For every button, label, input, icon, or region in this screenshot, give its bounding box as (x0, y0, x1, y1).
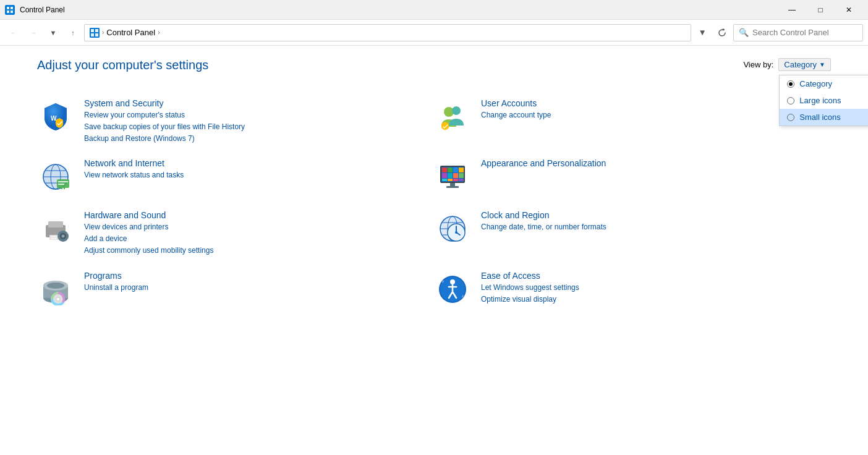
link-change-account[interactable]: Change account type (481, 110, 551, 121)
category-info-appearance: Appearance and Personalization (481, 158, 606, 170)
link-add-device[interactable]: Add a device (84, 234, 213, 244)
link-change-date[interactable]: Change date, time, or number formats (481, 222, 606, 232)
maximize-button[interactable]: □ (806, 0, 835, 20)
path-label: Control Panel (106, 28, 155, 37)
search-icon: 🔍 (739, 28, 749, 37)
view-by-menu: Category Large icons Small icons (779, 75, 868, 126)
category-title-user-accounts[interactable]: User Accounts (481, 98, 551, 108)
recent-locations-button[interactable]: ▼ (45, 24, 62, 41)
category-system-security: W System and Security Review your comput… (37, 91, 434, 151)
icon-clock (434, 210, 471, 247)
link-network-status[interactable]: View network status and tasks (84, 170, 184, 181)
search-box[interactable]: 🔍 (733, 24, 863, 41)
category-info-system-security: System and Security Review your computer… (84, 98, 245, 143)
category-appearance: Appearance and Personalization (434, 151, 831, 203)
back-button[interactable]: ← (5, 24, 22, 41)
svg-rect-0 (7, 7, 9, 9)
view-by-current: Category (784, 60, 817, 69)
svg-rect-38 (450, 183, 455, 186)
link-view-devices[interactable]: View devices and printers (84, 222, 213, 232)
link-backup-restore[interactable]: Backup and Restore (Windows 7) (84, 134, 245, 144)
dropdown-label-large-icons: Large icons (799, 96, 841, 105)
icon-system-security: W (37, 98, 74, 135)
icon-programs (37, 271, 74, 308)
category-network: Network and Internet View network status… (37, 151, 434, 203)
svg-rect-21 (59, 187, 60, 189)
category-info-user-accounts: User Accounts Change account type (481, 98, 551, 121)
svg-rect-1 (11, 7, 13, 9)
svg-rect-37 (459, 179, 464, 181)
category-title-network[interactable]: Network and Internet (84, 158, 184, 168)
link-mobility-settings[interactable]: Adjust commonly used mobility settings (84, 245, 213, 256)
title-bar: Control Panel — □ ✕ (0, 0, 868, 20)
svg-rect-2 (7, 11, 9, 13)
dropdown-item-small-icons[interactable]: Small icons (780, 109, 868, 125)
category-hardware: Hardware and Sound View devices and prin… (37, 203, 434, 263)
category-title-system-security[interactable]: System and Security (84, 98, 245, 108)
category-ease-access: Ease of Access Let Windows suggest setti… (434, 263, 831, 315)
link-windows-suggest[interactable]: Let Windows suggest settings (481, 283, 579, 293)
svg-rect-41 (48, 221, 63, 228)
category-title-clock[interactable]: Clock and Region (481, 210, 606, 220)
category-title-programs[interactable]: Programs (84, 271, 148, 281)
up-button[interactable]: ↑ (64, 24, 82, 41)
svg-point-11 (452, 106, 461, 115)
icon-ease-access (434, 271, 471, 308)
title-bar-text: Control Panel (20, 6, 778, 14)
category-programs: Programs Uninstall a program (37, 263, 434, 315)
categories-grid: W System and Security Review your comput… (37, 91, 831, 315)
category-clock: Clock and Region Change date, time, or n… (434, 203, 831, 263)
link-review-status[interactable]: Review your computer's status (84, 110, 245, 121)
category-title-appearance[interactable]: Appearance and Personalization (481, 158, 606, 168)
svg-rect-6 (95, 29, 98, 32)
icon-appearance (434, 158, 471, 195)
svg-rect-19 (58, 181, 68, 182)
link-optimize-visual[interactable]: Optimize visual display (481, 294, 579, 305)
svg-point-47 (62, 235, 65, 238)
svg-rect-48 (62, 231, 64, 232)
app-icon (5, 5, 15, 15)
svg-rect-32 (453, 173, 458, 178)
svg-rect-23 (64, 187, 65, 189)
close-button[interactable]: ✕ (835, 0, 863, 20)
page-title: Adjust your computer's settings (37, 58, 831, 72)
address-dropdown-button[interactable]: ▼ (694, 24, 711, 41)
address-bar: ← → ▼ ↑ › Control Panel › ▼ 🔍 (0, 20, 868, 46)
svg-rect-33 (459, 173, 464, 178)
dropdown-item-category[interactable]: Category (780, 75, 868, 92)
chevron-down-icon: ▼ (819, 61, 825, 68)
category-info-network: Network and Internet View network status… (84, 158, 184, 181)
view-by-dropdown[interactable]: Category ▼ Category Large icons Small ic… (778, 58, 831, 71)
minimize-button[interactable]: — (778, 0, 806, 20)
category-info-ease-access: Ease of Access Let Windows suggest setti… (481, 271, 579, 305)
svg-rect-28 (453, 168, 458, 172)
category-title-hardware[interactable]: Hardware and Sound (84, 210, 213, 220)
address-path[interactable]: › Control Panel › (84, 24, 691, 41)
svg-point-68 (56, 297, 60, 301)
path-icon (90, 28, 100, 38)
svg-text:W: W (51, 115, 57, 122)
radio-large-icons (787, 97, 794, 104)
svg-point-66 (47, 283, 64, 289)
link-uninstall[interactable]: Uninstall a program (84, 283, 148, 293)
category-title-ease-access[interactable]: Ease of Access (481, 271, 579, 281)
svg-rect-5 (91, 29, 94, 32)
refresh-button[interactable] (713, 24, 731, 41)
dropdown-label-category: Category (799, 79, 832, 88)
dropdown-item-large-icons[interactable]: Large icons (780, 92, 868, 109)
forward-button[interactable]: → (25, 24, 42, 41)
svg-rect-51 (67, 236, 69, 237)
svg-rect-39 (446, 186, 459, 188)
svg-rect-44 (51, 238, 57, 239)
icon-user-accounts (434, 98, 471, 135)
view-by-label: View by: (743, 60, 773, 69)
svg-rect-20 (58, 184, 64, 185)
svg-rect-36 (453, 179, 458, 181)
icon-hardware (37, 210, 74, 247)
search-input[interactable] (752, 28, 857, 37)
icon-network (37, 158, 74, 195)
svg-rect-34 (442, 179, 447, 181)
radio-small-icons (787, 114, 794, 121)
category-info-programs: Programs Uninstall a program (84, 271, 148, 293)
link-file-history[interactable]: Save backup copies of your files with Fi… (84, 122, 245, 132)
